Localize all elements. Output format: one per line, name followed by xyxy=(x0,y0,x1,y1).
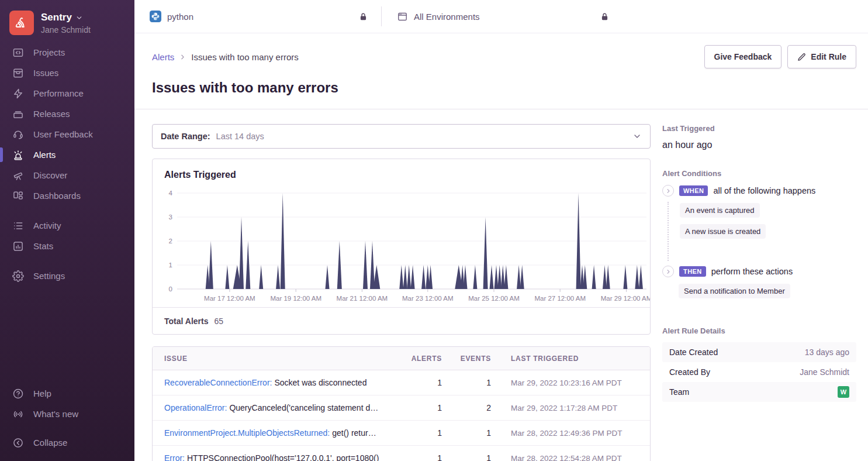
edit-rule-label: Edit Rule xyxy=(811,52,846,61)
sidebar-item-settings[interactable]: Settings xyxy=(0,266,134,286)
page-title: Issues with too many errors xyxy=(152,80,856,96)
when-condition-group: WHEN all of the following happens An eve… xyxy=(662,185,856,261)
project-lock-icon[interactable] xyxy=(358,12,368,22)
sidebar-item-label: Issues xyxy=(33,68,58,78)
detail-label: Created By xyxy=(669,367,710,377)
help-icon xyxy=(12,387,25,400)
column-events: EVENTS xyxy=(442,355,491,363)
rule-details-table: Date Created13 days agoCreated ByJane Sc… xyxy=(662,342,856,402)
environment-selector[interactable]: All Environments xyxy=(382,11,623,22)
sidebar-item-activity[interactable]: Activity xyxy=(0,215,134,236)
edit-rule-button[interactable]: Edit Rule xyxy=(787,45,856,68)
events-count: 2 xyxy=(442,403,491,412)
give-feedback-button[interactable]: Give Feedback xyxy=(704,45,782,68)
alerts-triggered-chart: 01234Mar 17 12:00 AMMar 19 12:00 AMMar 2… xyxy=(153,187,650,307)
detail-label: Date Created xyxy=(669,348,718,357)
page-header: Alerts Issues with too many errors Give … xyxy=(134,33,868,109)
sidebar-item-label: Help xyxy=(33,388,51,398)
user-feedback-icon xyxy=(12,128,25,141)
stats-icon xyxy=(12,240,25,253)
sidebar-item-label: Discover xyxy=(33,170,67,180)
total-alerts-label: Total Alerts xyxy=(164,316,208,326)
svg-text:Mar 27 12:00 AM: Mar 27 12:00 AM xyxy=(534,295,586,302)
sidebar-item-label: Stats xyxy=(33,241,53,251)
sidebar-item-user-feedback[interactable]: User Feedback xyxy=(0,124,134,145)
issue-link[interactable]: EnvironmentProject.MultipleObjectsReturn… xyxy=(164,428,330,438)
sidebar-collapse-button[interactable]: Collapse xyxy=(0,432,134,453)
sidebar-nav: ProjectsIssuesPerformanceReleasesUser Fe… xyxy=(0,42,134,286)
issue-cell: RecoverableConnectionError:Socket was di… xyxy=(164,378,389,387)
date-range-value: Last 14 days xyxy=(216,132,264,141)
dashboards-icon xyxy=(12,190,25,202)
sidebar-item-label: What's new xyxy=(33,409,78,419)
environment-window-icon xyxy=(397,11,408,22)
breadcrumb-current: Issues with too many errors xyxy=(191,52,298,62)
org-name: Sentry xyxy=(41,12,72,23)
svg-text:Mar 25 12:00 AM: Mar 25 12:00 AM xyxy=(468,295,520,302)
svg-text:3: 3 xyxy=(169,214,172,221)
issue-cell: Error:HTTPSConnectionPool(host='127.0.0.… xyxy=(164,453,389,461)
sidebar-item-help[interactable]: Help xyxy=(0,383,134,404)
chart-title: Alerts Triggered xyxy=(153,159,650,180)
settings-icon xyxy=(12,270,25,283)
column-issue: ISSUE xyxy=(164,355,389,363)
sidebar-item-label: Activity xyxy=(33,221,61,230)
last-triggered-heading: Last Triggered xyxy=(662,124,856,133)
sidebar-item-discover[interactable]: Discover xyxy=(0,165,134,185)
chevron-down-icon xyxy=(632,132,642,141)
chevron-right-icon xyxy=(179,53,186,61)
last-triggered-date: Mar 28, 2022 12:49:36 PM PDT xyxy=(491,429,638,438)
sidebar-item-dashboards[interactable]: Dashboards xyxy=(0,185,134,206)
expand-chevron-icon[interactable] xyxy=(662,185,674,197)
sidebar-item-issues[interactable]: Issues xyxy=(0,63,134,83)
issue-link[interactable]: OperationalError: xyxy=(164,403,227,412)
detail-row: Created ByJane Schmidt xyxy=(662,362,856,382)
then-action-items: Send a notification to Member xyxy=(668,283,856,300)
sidebar-item-releases[interactable]: Releases xyxy=(0,104,134,124)
sidebar-nav-group: ActivityStats xyxy=(0,215,134,256)
issue-link[interactable]: RecoverableConnectionError: xyxy=(164,378,272,387)
date-range-select[interactable]: Date Range: Last 14 days xyxy=(152,124,651,149)
give-feedback-label: Give Feedback xyxy=(714,52,772,61)
sidebar-item-performance[interactable]: Performance xyxy=(0,83,134,104)
projects-icon xyxy=(12,46,25,59)
column-alerts: ALERTS xyxy=(389,355,442,363)
alerts-icon xyxy=(12,149,25,161)
org-block: Sentry Jane Schmidt xyxy=(41,11,91,35)
project-selector[interactable]: python xyxy=(150,11,381,22)
sentry-logo-icon xyxy=(9,11,34,35)
svg-text:2: 2 xyxy=(169,238,172,245)
sidebar-item-alerts[interactable]: Alerts xyxy=(0,145,134,165)
expand-chevron-icon[interactable] xyxy=(662,266,674,277)
date-range-label: Date Range: xyxy=(161,132,210,141)
team-avatar-badge: W xyxy=(838,386,849,398)
performance-icon xyxy=(12,87,25,100)
issue-cell: OperationalError:QueryCanceled('cancelin… xyxy=(164,403,389,412)
environment-lock-icon[interactable] xyxy=(600,12,610,22)
sidebar-item-projects[interactable]: Projects xyxy=(0,42,134,63)
svg-text:Mar 19 12:00 AM: Mar 19 12:00 AM xyxy=(270,295,321,302)
action-pill: Send a notification to Member xyxy=(679,284,790,298)
last-triggered-date: Mar 28, 2022 12:54:28 AM PDT xyxy=(491,454,638,461)
when-condition-items: An event is capturedA new issue is creat… xyxy=(668,202,856,261)
total-alerts-value: 65 xyxy=(214,316,223,326)
sidebar-item-label: Settings xyxy=(33,271,65,281)
sidebar-item-label: Projects xyxy=(33,47,65,57)
detail-label: Team xyxy=(669,387,689,397)
issues-table-header: ISSUE ALERTS EVENTS LAST TRIGGERED xyxy=(153,347,650,370)
sidebar-item-what-s-new[interactable]: What's new xyxy=(0,404,134,424)
table-row: Error:HTTPSConnectionPool(host='127.0.0.… xyxy=(153,446,650,461)
issue-link[interactable]: Error: xyxy=(164,453,185,461)
svg-text:Mar 21 12:00 AM: Mar 21 12:00 AM xyxy=(337,295,388,302)
breadcrumb-alerts-link[interactable]: Alerts xyxy=(152,52,174,62)
main-column: Date Range: Last 14 days Alerts Triggere… xyxy=(152,124,651,461)
org-switcher[interactable]: Sentry Jane Schmidt xyxy=(0,8,134,35)
sidebar-item-stats[interactable]: Stats xyxy=(0,236,134,256)
table-row: EnvironmentProject.MultipleObjectsReturn… xyxy=(153,421,650,446)
sidebar-item-label: Dashboards xyxy=(33,191,81,201)
rule-details-heading: Alert Rule Details xyxy=(662,326,856,335)
main-area: python All En xyxy=(134,0,868,461)
events-count: 1 xyxy=(442,378,491,387)
svg-text:0: 0 xyxy=(169,285,172,293)
issues-table-body: RecoverableConnectionError:Socket was di… xyxy=(153,370,650,461)
